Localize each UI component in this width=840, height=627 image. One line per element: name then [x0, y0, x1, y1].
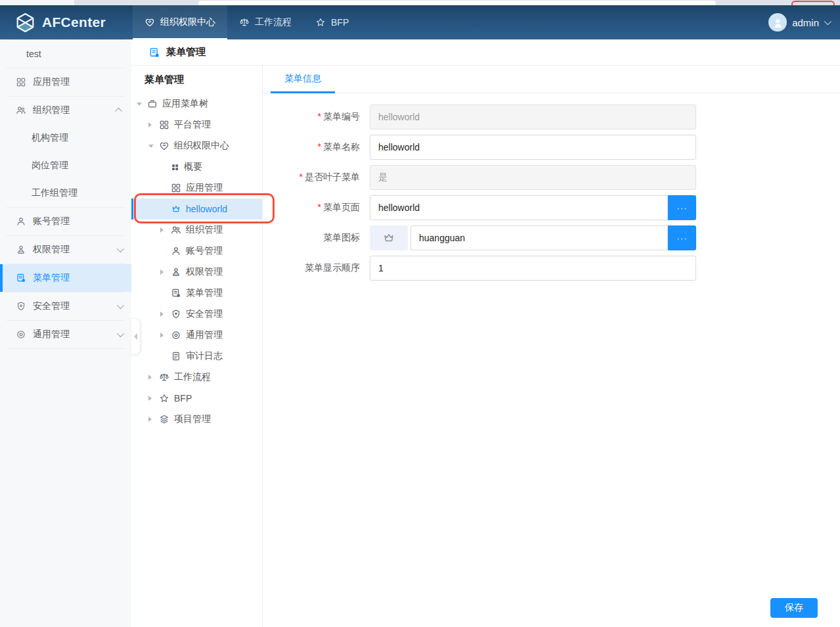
field-label: 菜单显示顺序	[263, 262, 360, 274]
sidebar-item-test[interactable]: test	[0, 40, 131, 68]
tree-item-workflow[interactable]: 工作流程	[131, 367, 262, 388]
tree-caret[interactable]	[137, 103, 147, 106]
tab-menu-info[interactable]: 菜单信息	[271, 66, 335, 93]
form-row-menu-order: 菜单显示顺序	[263, 256, 840, 281]
sidebar-item-org-management[interactable]: 组织管理	[0, 97, 131, 124]
target-icon	[171, 330, 181, 340]
tree-item-platform-management[interactable]: 平台管理	[131, 114, 262, 135]
crown-icon	[171, 204, 181, 214]
tree-item-audit-log[interactable]: 审计日志	[131, 346, 262, 367]
chevron-down-icon	[117, 245, 124, 252]
tree-panel-title: 菜单管理	[131, 66, 262, 93]
sidebar-item-label: 账号管理	[33, 216, 122, 227]
sidebar-item-position-management[interactable]: 岗位管理	[0, 152, 131, 179]
menu-icon-browse-button[interactable]: ···	[668, 225, 696, 250]
menu-icon-field[interactable]	[410, 225, 668, 250]
tab-bar: 菜单信息	[263, 66, 840, 93]
tree-item-label: 菜单管理	[186, 287, 223, 299]
person-icon	[16, 216, 26, 227]
sidebar-item-menu-management[interactable]: 菜单管理	[0, 264, 131, 292]
tree-item-label: 应用管理	[186, 182, 223, 194]
tree-caret[interactable]	[160, 269, 171, 275]
nav-tab-bfp[interactable]: BFP	[303, 5, 361, 39]
tree-item-label: 组织权限中心	[174, 140, 229, 152]
tree-item-org-permission-center[interactable]: 组织权限中心	[131, 135, 262, 156]
form-row-menu-name: *菜单名称	[263, 135, 840, 160]
sidebar-item-label: 岗位管理	[32, 160, 122, 172]
field-label-text: 是否叶子菜单	[305, 172, 360, 182]
sidebar: test 应用管理 组织管理 机构管理 岗位管理 工作组管理	[0, 39, 131, 627]
form-row-menu-page: *菜单页面 ···	[263, 195, 840, 220]
tree-item-label: 账号管理	[186, 245, 223, 257]
save-button[interactable]: 保存	[770, 598, 818, 618]
menu-order-field[interactable]	[370, 256, 696, 281]
sidebar-item-label: 组织管理	[33, 104, 117, 116]
nav-tab-org-permission-center[interactable]: 组织权限中心	[133, 5, 227, 39]
sidebar-item-permission-management[interactable]: 权限管理	[0, 236, 131, 264]
sidebar-item-account-management[interactable]: 账号管理	[0, 208, 131, 235]
tree-caret[interactable]	[160, 227, 171, 233]
nav-tab-workflow[interactable]: 工作流程	[227, 5, 303, 39]
form-row-leaf-menu: *是否叶子菜单	[263, 165, 840, 190]
tree-item-bfp[interactable]: BFP	[131, 388, 262, 409]
sidebar-item-security-management[interactable]: 安全管理	[0, 292, 131, 320]
sidebar-item-label: 菜单管理	[33, 272, 122, 284]
menu-info-form: *菜单编号 *菜单名称 *是否叶子菜单	[263, 93, 840, 281]
tree-item-security-management[interactable]: 安全管理	[131, 304, 262, 325]
person-icon	[171, 246, 181, 256]
sidebar-item-label: test	[26, 49, 122, 59]
tree-item-menu-management[interactable]: 菜单管理	[131, 283, 262, 304]
user-menu[interactable]: admin	[768, 5, 829, 39]
app-logo[interactable]: AFCenter	[0, 5, 133, 39]
shield-plus-icon	[16, 301, 26, 312]
field-label-text: 菜单名称	[323, 141, 360, 152]
nav-tab-bar: 组织权限中心 工作流程 BFP	[133, 5, 361, 39]
sidebar-item-institution-management[interactable]: 机构管理	[0, 124, 131, 152]
tree-caret[interactable]	[148, 396, 159, 401]
caret-right-icon	[148, 417, 152, 422]
person-badge-icon	[171, 267, 181, 277]
sidebar-item-general-management[interactable]: 通用管理	[0, 321, 131, 348]
sidebar-item-app-management[interactable]: 应用管理	[0, 68, 131, 96]
menu-page-field[interactable]	[370, 195, 668, 220]
tree-item-helloworld[interactable]: helloworld	[131, 198, 262, 220]
tree-caret[interactable]	[148, 122, 159, 128]
tree-caret[interactable]	[148, 417, 159, 422]
tree-item-label: 通用管理	[186, 329, 223, 341]
tree-item-permission-management[interactable]: 权限管理	[131, 262, 262, 283]
grid-icon	[16, 77, 26, 87]
content-row: 菜单管理 应用菜单树 平台管理 组织权限中心	[131, 66, 840, 627]
field-label-text: 菜单图标	[323, 232, 360, 243]
app-body: test 应用管理 组织管理 机构管理 岗位管理 工作组管理	[0, 39, 840, 627]
menu-name-field[interactable]	[370, 135, 696, 160]
tree-item-label: 工作流程	[174, 371, 211, 383]
tree-item-general-management[interactable]: 通用管理	[131, 325, 262, 346]
main-panel: 菜单信息 *菜单编号 *菜单名称	[263, 66, 840, 627]
sidebar-collapse-handle[interactable]	[131, 318, 141, 355]
tree-item-app-management[interactable]: 应用管理	[131, 177, 262, 198]
tree-item-org-management[interactable]: 组织管理	[131, 220, 262, 241]
nav-tab-label: 工作流程	[255, 16, 292, 28]
sidebar-item-label: 通用管理	[33, 329, 117, 340]
tree-item-overview[interactable]: 概要	[131, 156, 262, 177]
tree-item-account-management[interactable]: 账号管理	[131, 241, 262, 262]
sidebar-item-workgroup-management[interactable]: 工作组管理	[0, 179, 131, 207]
people-icon	[16, 105, 26, 116]
person-badge-icon	[16, 244, 26, 255]
divider	[7, 348, 125, 349]
menu-doc-icon	[16, 273, 26, 283]
tree-caret[interactable]	[160, 333, 171, 338]
tree-caret[interactable]	[148, 145, 159, 148]
menu-page-browse-button[interactable]: ···	[668, 195, 696, 220]
tree-caret[interactable]	[148, 375, 159, 380]
tree-item-project-management[interactable]: 项目管理	[131, 409, 262, 430]
sidebar-item-label: 应用管理	[33, 76, 122, 88]
tree-item-app-menu-tree[interactable]: 应用菜单树	[131, 93, 262, 114]
grid-filled-icon	[171, 163, 179, 172]
people-icon	[171, 225, 181, 235]
heart-shield-icon	[144, 17, 155, 28]
tree-caret[interactable]	[160, 312, 171, 317]
tree-item-label: 项目管理	[174, 413, 211, 425]
nav-tab-label: BFP	[331, 17, 349, 28]
tree-item-label: 安全管理	[186, 308, 223, 320]
